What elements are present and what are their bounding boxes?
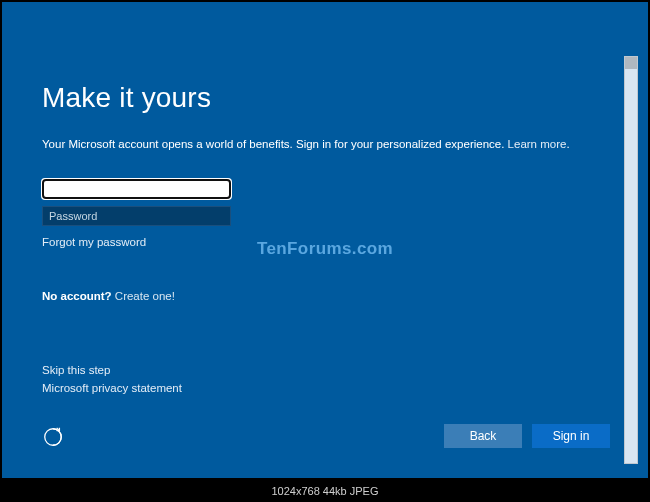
password-field[interactable] bbox=[42, 206, 231, 226]
page-subtext: Your Microsoft account opens a world of … bbox=[42, 136, 608, 153]
privacy-link[interactable]: Microsoft privacy statement bbox=[42, 382, 182, 394]
credentials-form bbox=[42, 179, 231, 226]
forgot-password-link[interactable]: Forgot my password bbox=[42, 236, 146, 248]
back-button[interactable]: Back bbox=[444, 424, 522, 448]
page-title: Make it yours bbox=[42, 82, 608, 114]
subtext-main: Your Microsoft account opens a world of … bbox=[42, 138, 508, 150]
learn-more-link[interactable]: Learn more bbox=[508, 138, 567, 150]
setup-window: Make it yours Your Microsoft account ope… bbox=[2, 2, 648, 478]
no-account-row: No account? Create one! bbox=[42, 290, 608, 302]
sign-in-button[interactable]: Sign in bbox=[532, 424, 610, 448]
create-account-link[interactable]: Create one! bbox=[115, 290, 175, 302]
action-buttons: Back Sign in bbox=[444, 424, 610, 448]
bottom-links: Skip this step Microsoft privacy stateme… bbox=[42, 364, 182, 400]
no-account-label: No account? bbox=[42, 290, 115, 302]
subtext-period: . bbox=[566, 138, 569, 150]
image-footer: 1024x768 44kb JPEG bbox=[0, 480, 650, 502]
email-field[interactable] bbox=[42, 179, 231, 199]
ease-of-access-icon[interactable] bbox=[42, 426, 64, 448]
image-meta: 1024x768 44kb JPEG bbox=[271, 485, 378, 497]
content-area: Make it yours Your Microsoft account ope… bbox=[2, 2, 648, 478]
skip-step-link[interactable]: Skip this step bbox=[42, 364, 182, 376]
